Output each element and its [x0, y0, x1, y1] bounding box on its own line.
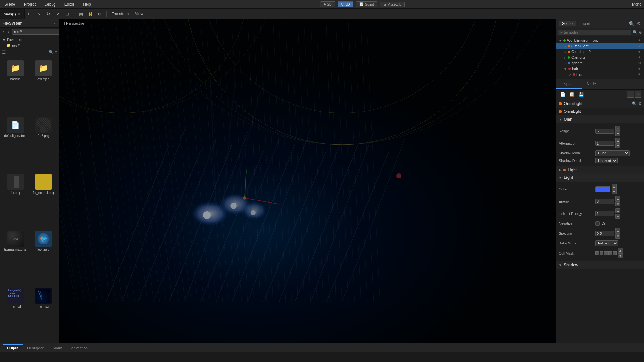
prop-attenuation-up[interactable]: ▲ — [615, 138, 620, 143]
color-up[interactable]: ▲ — [612, 184, 617, 189]
tree-item-omnilight[interactable]: ▷ OmniLight 👁 — [556, 43, 644, 49]
main-tab[interactable]: main(*) ✕ — [0, 9, 25, 19]
section-omni-header[interactable]: ▼ Omni — [556, 115, 644, 123]
cull-mask-up[interactable]: ▲ — [618, 248, 623, 253]
mask-sq-5[interactable] — [613, 251, 617, 255]
file-item-fur[interactable]: fur.png — [2, 172, 29, 228]
prop-indirect-energy-up[interactable]: ▲ — [615, 208, 620, 213]
camera-eye-icon[interactable]: 👁 — [638, 56, 641, 59]
toolbar-scale-icon[interactable]: ⊡ — [63, 10, 71, 18]
dir-res[interactable]: 📁 res:// — [0, 43, 59, 48]
prop-shadow-mode-select[interactable]: Cube Dual Paraboloid — [595, 150, 630, 156]
insp-prev-button[interactable]: ‹ — [627, 91, 634, 98]
subsection-light-header[interactable]: ▶ Light — [556, 166, 644, 173]
bottom-tab-output[interactable]: Output — [3, 344, 23, 352]
menu-help[interactable]: Help — [81, 2, 93, 7]
tree-item-hair-child[interactable]: ▷ hair 👁 — [556, 72, 644, 77]
tree-item-sphere[interactable]: ▷ sphere 👁 — [556, 60, 644, 66]
viewport[interactable]: [ Perspective ] — [59, 19, 556, 343]
filter-nodes-input[interactable] — [558, 30, 631, 35]
main-tab-close[interactable]: ✕ — [18, 12, 20, 16]
file-item-icon[interactable]: 🐦 icon.png — [30, 229, 57, 284]
prop-energy-input[interactable] — [595, 199, 614, 204]
omnilight2-eye-icon[interactable]: 👁 — [638, 50, 641, 54]
menu-debug[interactable]: Debug — [42, 2, 57, 7]
file-item-main-tscn[interactable]: main.tscn — [30, 286, 57, 341]
prop-specular-down[interactable]: ▼ — [615, 233, 620, 239]
files-search-icon[interactable]: 🔍 — [49, 50, 53, 54]
mask-sq-4[interactable] — [608, 251, 612, 255]
filesystem-menu-icon[interactable]: ⋮ — [53, 21, 56, 25]
toolbar-lock-icon[interactable]: 🔒 — [86, 10, 94, 18]
bottom-tab-debugger[interactable]: Debugger — [23, 344, 48, 352]
tree-item-worldenv[interactable]: ▼ WorldEnvironment 👁 — [556, 38, 644, 43]
filter-options-icon[interactable]: ⚙ — [639, 30, 642, 35]
prop-attenuation-down[interactable]: ▼ — [615, 143, 620, 148]
file-item-example[interactable]: 📁 example — [30, 58, 57, 114]
prop-shadow-detail-select[interactable]: Horizont Vertical — [595, 158, 618, 163]
prop-energy-down[interactable]: ▼ — [615, 201, 620, 206]
insp-tab-node[interactable]: Node — [582, 80, 601, 89]
mode-assetlib-button[interactable]: 🏛 AssetLib — [380, 2, 405, 7]
mask-sq-2[interactable] — [600, 251, 603, 255]
color-down[interactable]: ▼ — [612, 189, 617, 194]
transform-button[interactable]: Transform — [109, 11, 131, 17]
cull-mask-down[interactable]: ▼ — [618, 253, 623, 258]
prop-specular-up[interactable]: ▲ — [615, 228, 620, 233]
toolbar-select-icon[interactable]: ↖ — [35, 10, 43, 18]
color-swatch[interactable] — [595, 186, 610, 192]
files-menu-icon[interactable]: ☰ — [2, 50, 6, 55]
mode-2d-button[interactable]: ▶ 2D — [320, 1, 335, 7]
tab-import[interactable]: Import — [576, 21, 593, 26]
mode-script-button[interactable]: 📝 Script — [356, 1, 377, 7]
file-item-main-gd[interactable]: func _ready(): pass func _proc main.gd — [2, 286, 29, 341]
toolbar-camera-icon[interactable]: ⊙ — [96, 10, 104, 18]
prop-specular-input[interactable] — [595, 231, 614, 236]
prop-attenuation-input[interactable] — [595, 141, 614, 146]
insp-copy-icon[interactable]: 📋 — [568, 91, 576, 97]
scene-add-button[interactable]: + — [623, 20, 627, 27]
menu-project[interactable]: Project — [22, 2, 37, 7]
node-search-button[interactable]: 🔍 — [632, 101, 637, 106]
scene-filter-button[interactable]: 🔍 — [628, 20, 635, 27]
cull-mask-squares[interactable] — [595, 251, 617, 255]
insp-file-icon[interactable]: 📄 — [559, 91, 567, 97]
prop-energy-up[interactable]: ▲ — [615, 196, 620, 201]
view-button[interactable]: View — [132, 11, 146, 17]
tab-add-button[interactable]: + — [25, 10, 32, 18]
menu-editor[interactable]: Editor — [63, 2, 76, 7]
hair-eye-icon[interactable]: 👁 — [638, 67, 641, 71]
mask-sq-3[interactable] — [604, 251, 608, 255]
prop-range-down[interactable]: ▼ — [615, 131, 620, 136]
omnilight-eye-icon[interactable]: 👁 — [638, 44, 641, 48]
tree-item-hair[interactable]: ▼ hair 👁 — [556, 66, 644, 72]
toolbar-move-icon[interactable]: ✥ — [54, 10, 62, 18]
file-item-fur2[interactable]: fur2.png — [30, 115, 57, 171]
prop-range-up[interactable]: ▲ — [615, 126, 620, 131]
nav-back-button[interactable]: ‹ — [2, 29, 6, 35]
sphere-eye-icon[interactable]: 👁 — [638, 61, 641, 65]
worldenv-eye-icon[interactable]: 👁 — [638, 39, 641, 42]
prop-negative-checkbox[interactable] — [595, 221, 600, 226]
file-item-default-env[interactable]: 📄 default_env.tres — [2, 115, 29, 171]
scene-settings-button[interactable]: ⚙ — [636, 20, 641, 27]
insp-tab-inspector[interactable]: Inspector — [556, 80, 582, 89]
toolbar-snap-icon[interactable]: ▦ — [77, 10, 85, 18]
path-input[interactable] — [12, 29, 60, 35]
tree-item-camera[interactable]: ▷ Camera 👁 — [556, 55, 644, 60]
prop-indirect-energy-down[interactable]: ▼ — [615, 214, 620, 219]
mode-3d-button[interactable]: ⬡ 3D — [338, 1, 353, 7]
bottom-tab-audio[interactable]: Audio — [48, 344, 67, 352]
insp-save-icon[interactable]: 💾 — [577, 91, 585, 97]
insp-next-button[interactable]: › — [635, 91, 641, 98]
section-light-header[interactable]: ▼ Light — [556, 173, 644, 182]
bottom-tab-animation[interactable]: Animation — [66, 344, 92, 352]
toolbar-rotate-icon[interactable]: ↻ — [44, 10, 53, 18]
tree-item-omnilight2[interactable]: ▷ OmniLight2 👁 — [556, 49, 644, 55]
prop-indirect-energy-input[interactable] — [595, 211, 614, 216]
menu-scene[interactable]: Scene — [3, 2, 17, 7]
file-item-backup[interactable]: 📁 backup — [2, 58, 29, 114]
nav-forward-button[interactable]: › — [7, 29, 11, 35]
prop-range-input[interactable] — [595, 129, 614, 134]
prop-bake-mode-select[interactable]: Indirect Disabled All — [595, 240, 618, 246]
